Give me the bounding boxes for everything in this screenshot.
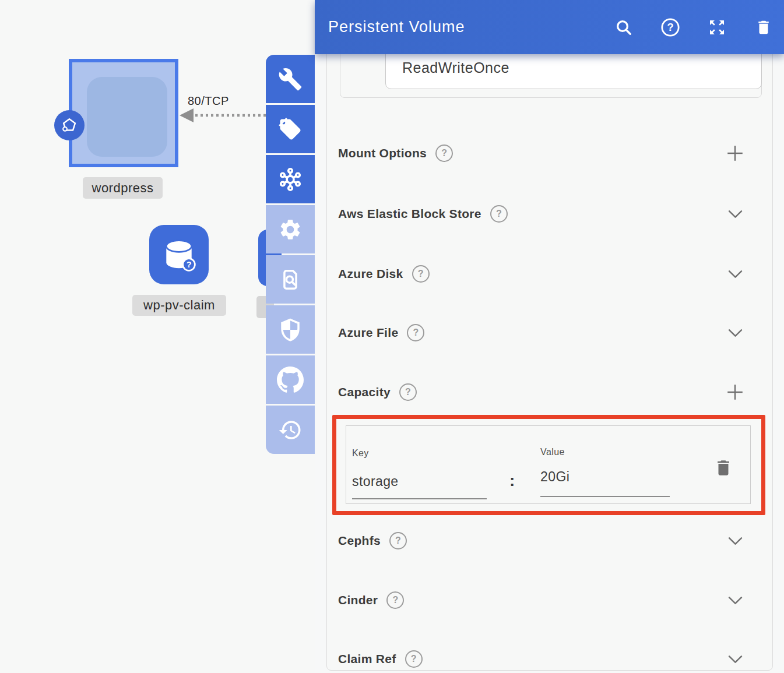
delete-entry-button[interactable]	[712, 457, 734, 479]
shield-button[interactable]	[266, 305, 315, 354]
hub-icon	[277, 166, 304, 193]
database-icon: ?	[161, 237, 197, 273]
expand-button[interactable]	[725, 531, 745, 551]
key-label: Key	[352, 448, 369, 459]
expand-arrows-icon	[708, 18, 726, 37]
help-icon[interactable]: ?	[490, 205, 508, 223]
section-label: Azure File	[338, 326, 398, 340]
wordpress-node-label: wordpress	[83, 177, 163, 199]
section-label: Aws Elastic Block Store	[338, 207, 481, 221]
expand-button[interactable]	[725, 204, 745, 224]
hub-button[interactable]	[266, 155, 315, 203]
help-icon[interactable]: ?	[407, 324, 424, 341]
expand-button[interactable]	[725, 590, 745, 610]
expand-button[interactable]	[707, 17, 727, 37]
plus-icon	[726, 144, 744, 163]
key-input-underline	[352, 498, 487, 499]
shield-icon	[278, 318, 303, 342]
tag-icon	[278, 117, 303, 142]
section-cinder: Cinder ?	[338, 587, 761, 613]
wp-pv-claim-node-label: wp-pv-claim	[132, 295, 226, 316]
section-azure-disk: Azure Disk ?	[338, 261, 761, 287]
help-button[interactable]: ?	[660, 17, 680, 37]
github-button[interactable]	[266, 355, 315, 404]
history-icon	[278, 418, 303, 442]
persistent-volume-drawer: ReadWriteOnce Mount Options ? Aws Elasti…	[315, 0, 784, 673]
drawer-title: Persistent Volume	[328, 18, 465, 36]
form-card	[326, 34, 773, 671]
section-mount-options: Mount Options ?	[338, 140, 761, 166]
node-wordpress-inner-pod	[87, 77, 167, 157]
trash-icon	[755, 19, 772, 36]
chevron-down-icon	[728, 537, 743, 545]
key-input[interactable]: storage	[352, 474, 399, 489]
add-button[interactable]	[725, 143, 745, 163]
capacity-entry-card: Key storage : Value 20Gi	[346, 425, 751, 504]
help-icon[interactable]: ?	[389, 532, 407, 549]
vertical-toolbar	[266, 55, 315, 454]
section-label: Claim Ref	[338, 652, 396, 666]
svg-text:?: ?	[667, 21, 673, 33]
svg-text:?: ?	[187, 260, 192, 269]
chevron-down-icon	[728, 329, 743, 337]
add-button[interactable]	[725, 382, 745, 402]
github-icon	[277, 367, 304, 393]
highlight-annotation-box: Key storage : Value 20Gi	[332, 415, 765, 515]
drawer-header: Persistent Volume ?	[315, 0, 784, 54]
document-search-icon	[277, 267, 303, 293]
search-icon	[614, 18, 633, 37]
help-icon: ?	[660, 17, 680, 37]
section-aws-ebs: Aws Elastic Block Store ?	[338, 201, 761, 227]
kv-separator: :	[509, 471, 515, 490]
chevron-down-icon	[728, 210, 743, 219]
search-button[interactable]	[614, 17, 634, 37]
help-icon[interactable]: ?	[399, 383, 417, 401]
tags-button[interactable]	[266, 105, 315, 153]
section-claim-ref: Claim Ref ?	[338, 646, 761, 672]
chevron-down-icon	[728, 655, 743, 664]
section-capacity: Capacity ?	[338, 379, 761, 405]
settings-button[interactable]	[266, 205, 315, 253]
plus-icon	[726, 383, 744, 401]
help-icon[interactable]: ?	[435, 145, 453, 162]
section-label: Cinder	[338, 593, 378, 607]
value-input[interactable]: 20Gi	[540, 469, 569, 485]
edge-port-label: 80/TCP	[188, 94, 229, 108]
expand-button[interactable]	[725, 649, 745, 669]
node-wp-pv-claim[interactable]: ?	[149, 225, 209, 284]
section-azure-file: Azure File ?	[338, 320, 761, 346]
trash-icon	[713, 458, 733, 478]
gear-icon	[278, 217, 303, 242]
help-icon[interactable]: ?	[386, 591, 404, 609]
document-search-button[interactable]	[266, 255, 315, 304]
chevron-down-icon	[728, 270, 743, 279]
chevron-down-icon	[728, 596, 743, 605]
section-label: Capacity	[338, 385, 391, 399]
section-label: Cephfs	[338, 534, 381, 548]
value-label: Value	[540, 447, 565, 457]
node-wordpress-deployment[interactable]	[69, 59, 178, 167]
expand-button[interactable]	[725, 264, 745, 284]
wrench-icon	[278, 67, 303, 91]
tools-wrench-button[interactable]	[266, 55, 315, 103]
section-cephfs: Cephfs ?	[338, 528, 761, 554]
help-icon[interactable]: ?	[405, 650, 423, 668]
history-button[interactable]	[266, 406, 315, 454]
expand-button[interactable]	[725, 323, 745, 343]
header-actions: ?	[614, 0, 774, 54]
value-input-underline	[540, 496, 670, 497]
access-mode-value: ReadWriteOnce	[402, 59, 509, 76]
delete-button[interactable]	[754, 17, 774, 37]
help-icon[interactable]: ?	[412, 265, 430, 283]
section-label: Mount Options	[338, 146, 427, 160]
pod-pentagon-icon	[54, 110, 85, 140]
section-label: Azure Disk	[338, 267, 403, 281]
